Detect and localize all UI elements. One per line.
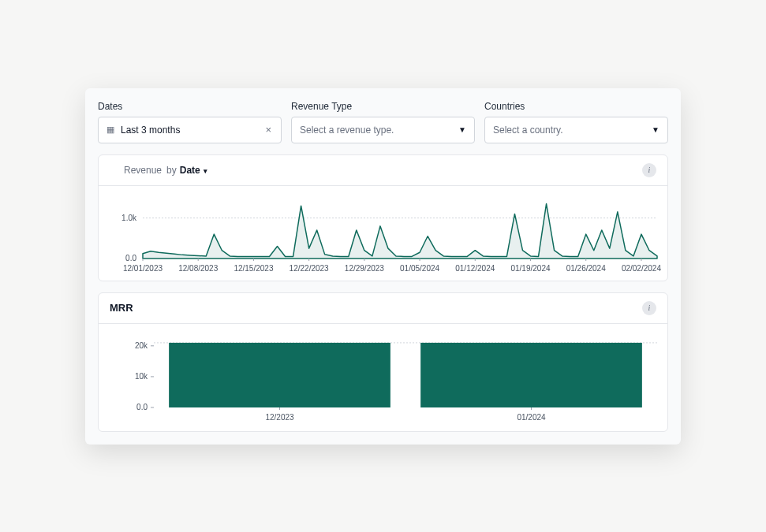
mrr-chart-svg: 0.010k20k12/202301/2024 (110, 335, 662, 423)
info-icon[interactable]: i (642, 163, 656, 177)
filter-countries: Countries Select a country. ▼ (484, 101, 668, 143)
filter-countries-label: Countries (484, 101, 668, 112)
mrr-title: MRR (110, 302, 133, 314)
revenue-type-placeholder: Select a revenue type. (300, 125, 394, 136)
calendar-icon: ▦ (106, 125, 114, 135)
svg-text:20k: 20k (135, 340, 148, 349)
chevron-down-icon: ▼ (652, 125, 660, 134)
chevron-down-icon: ▼ (458, 125, 466, 134)
chevron-down-icon: ▾ (204, 167, 207, 175)
svg-rect-30 (169, 342, 390, 407)
svg-text:10k: 10k (135, 371, 148, 380)
filter-revenue-type: Revenue Type Select a revenue type. ▼ (291, 101, 475, 143)
svg-text:0.0: 0.0 (136, 403, 148, 411)
dates-select[interactable]: ▦ Last 3 months × (98, 117, 282, 143)
revenue-groupby-select[interactable]: Date▾ (180, 165, 207, 176)
svg-text:12/15/2023: 12/15/2023 (234, 264, 273, 273)
svg-text:01/05/2024: 01/05/2024 (400, 264, 439, 273)
svg-text:01/12/2024: 01/12/2024 (455, 264, 495, 273)
svg-text:01/19/2024: 01/19/2024 (510, 264, 550, 273)
revenue-card-header: Revenue by Date▾ i (99, 155, 667, 186)
svg-text:0.0: 0.0 (125, 254, 136, 262)
filter-revenue-type-label: Revenue Type (291, 101, 475, 112)
svg-text:12/22/2023: 12/22/2023 (290, 264, 329, 273)
svg-text:1.0k: 1.0k (121, 213, 137, 221)
countries-select[interactable]: Select a country. ▼ (484, 117, 668, 143)
mrr-chart: 0.010k20k12/202301/2024 (99, 324, 667, 431)
svg-text:01/26/2024: 01/26/2024 (566, 264, 606, 273)
svg-text:12/08/2023: 12/08/2023 (178, 264, 218, 273)
svg-text:12/01/2023: 12/01/2023 (123, 264, 163, 273)
svg-rect-33 (420, 342, 642, 407)
revenue-card: Revenue by Date▾ i 0.01.0k12/01/202312/0… (98, 154, 668, 281)
revenue-chart: 0.01.0k12/01/202312/08/202312/15/202312/… (99, 186, 667, 281)
revenue-type-select[interactable]: Select a revenue type. ▼ (291, 117, 475, 143)
info-icon[interactable]: i (642, 301, 656, 315)
filter-dates-label: Dates (98, 101, 282, 112)
revenue-title-prefix: Revenue (124, 165, 162, 176)
filters-row: Dates ▦ Last 3 months × Revenue Type Sel… (98, 101, 668, 143)
mrr-card: MRR i 0.010k20k12/202301/2024 (98, 292, 668, 432)
filter-dates: Dates ▦ Last 3 months × (98, 101, 282, 143)
svg-text:01/2024: 01/2024 (517, 413, 546, 422)
revenue-chart-svg: 0.01.0k12/01/202312/08/202312/15/202312/… (110, 197, 662, 273)
revenue-by-text: by (166, 165, 177, 176)
svg-text:12/2023: 12/2023 (265, 413, 294, 422)
clear-dates-button[interactable]: × (263, 124, 273, 136)
dates-value: Last 3 months (121, 125, 180, 136)
mrr-card-header: MRR i (99, 293, 667, 324)
dashboard-panel: Dates ▦ Last 3 months × Revenue Type Sel… (85, 88, 681, 445)
svg-text:02/02/2024: 02/02/2024 (622, 264, 661, 273)
svg-text:12/29/2023: 12/29/2023 (345, 264, 384, 273)
countries-placeholder: Select a country. (493, 125, 563, 136)
